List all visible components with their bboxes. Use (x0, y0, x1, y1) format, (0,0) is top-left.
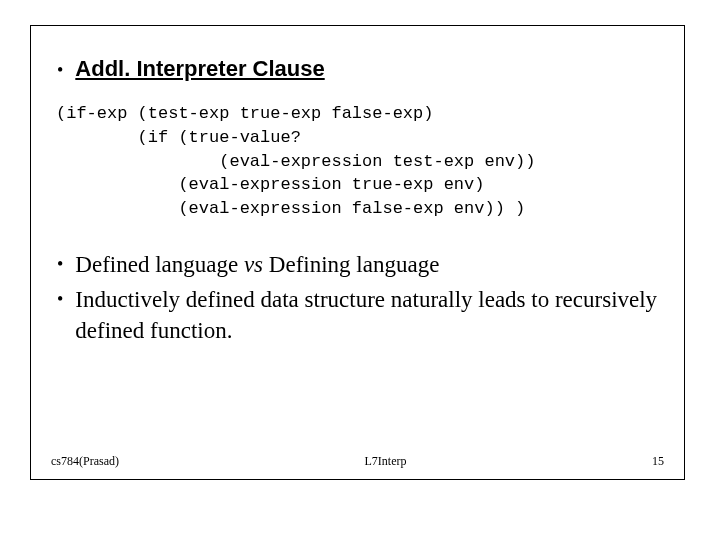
slide-footer: cs784(Prasad) L7Interp 15 (51, 454, 664, 469)
bullet-dot-icon: • (57, 56, 63, 84)
text-segment: Defining language (263, 252, 439, 277)
footer-right: 15 (652, 454, 664, 469)
text-italic: vs (244, 252, 263, 277)
slide-frame: • Addl. Interpreter Clause (if-exp (test… (30, 25, 685, 480)
bullet-text: Inductively defined data structure natur… (75, 284, 664, 346)
heading-text: Addl. Interpreter Clause (75, 56, 324, 82)
code-line: (eval-expression false-exp env)) ) (56, 199, 525, 218)
bullet-text: Defined language vs Defining language (75, 249, 439, 280)
bullet-item-1: • Defined language vs Defining language (57, 249, 664, 280)
footer-center: L7Interp (365, 454, 407, 469)
bullet-item-2: • Inductively defined data structure nat… (57, 284, 664, 346)
bullet-dot-icon: • (57, 284, 63, 314)
heading-bullet: • Addl. Interpreter Clause (51, 56, 664, 84)
footer-left: cs784(Prasad) (51, 454, 119, 469)
bullet-dot-icon: • (57, 249, 63, 279)
code-line: (eval-expression true-exp env) (56, 175, 484, 194)
code-line: (if-exp (test-exp true-exp false-exp) (56, 104, 433, 123)
code-line: (eval-expression test-exp env)) (56, 152, 535, 171)
text-segment: Defined language (75, 252, 244, 277)
code-block: (if-exp (test-exp true-exp false-exp) (i… (56, 102, 664, 221)
code-line: (if (true-value? (56, 128, 301, 147)
